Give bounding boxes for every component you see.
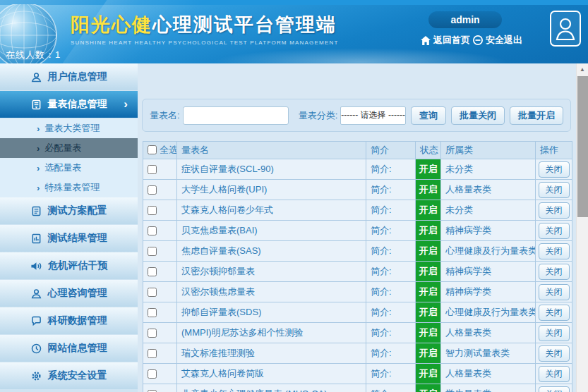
sidebar-item[interactable]: 用户信息管理 [0,63,138,90]
row-checkbox[interactable] [148,206,157,215]
scrollbar-up-arrow-icon[interactable]: ▲ [577,63,588,75]
status-badge: 开启 [416,221,441,241]
action-cell: 关闭 [536,323,572,343]
logout-link[interactable]: 安全退出 [473,34,522,47]
action-cell: 关闭 [536,384,572,392]
action-cell: 关闭 [536,200,572,221]
category-cell: 精神病学类 [441,262,536,282]
table-row: 贝克焦虑量表(BAI)简介:开启精神病学类关闭 [143,221,572,241]
home-icon [421,36,431,45]
scale-name-cell: 焦虑自评量表(SAS) [177,241,366,262]
sidebar: 用户信息管理量表信息管理››量表大类管理›必配量表›选配量表›特殊量表管理测试方… [0,63,138,392]
checkbox-cell [143,241,177,262]
checkbox-cell [143,364,177,384]
header-links: 返回首页 安全退出 [421,34,548,47]
status-badge: 开启 [416,302,441,323]
close-scale-button[interactable]: 关闭 [539,243,570,259]
row-checkbox[interactable] [148,288,157,297]
category-cell: 精神病学类 [441,282,536,302]
status-badge: 开启 [416,200,441,221]
brand-rest: 心理测试平台管理端 [152,14,337,35]
page-title: 阳光心健心理测试平台管理端 [71,12,304,37]
action-cell: 关闭 [536,302,572,323]
intro-cell: 简介: [366,159,416,180]
scale-name-cell: 症状自评量表(SCL-90) [177,159,366,180]
user-icon [31,72,42,82]
checkbox-cell [143,200,177,221]
close-scale-button[interactable]: 关闭 [539,305,570,321]
batch-open-button[interactable]: 批量开启 [510,106,563,125]
close-scale-button[interactable]: 关闭 [539,202,570,219]
close-scale-button[interactable]: 关闭 [539,345,570,362]
checkbox-cell [143,343,177,364]
close-scale-button[interactable]: 关闭 [539,161,570,178]
sidebar-item-label: 网站信息管理 [48,342,107,355]
scale-name-cell: 汉密尔顿抑郁量表 [177,262,366,282]
sidebar-item[interactable]: 危机评估干预 [0,252,138,279]
query-button[interactable]: 查询 [411,106,446,125]
close-scale-button[interactable]: 关闭 [539,182,570,198]
sidebar-subitem[interactable]: ›选配量表 [0,158,138,178]
row-checkbox[interactable] [148,226,157,235]
intro-cell: 简介: [366,200,416,221]
row-checkbox[interactable] [148,329,157,338]
filter-bar: 量表名: 量表分类: ------ 请选择 ------ 查询 批量关闭 批量开… [142,99,571,132]
column-header: 全选 [143,142,177,159]
close-scale-button[interactable]: 关闭 [539,223,570,239]
scale-name-cell: 汉密尔顿焦虑量表 [177,282,366,302]
username-pill[interactable]: admin [428,11,502,28]
close-scale-button[interactable]: 关闭 [539,284,570,300]
sidebar-subitem[interactable]: ›量表大类管理 [0,118,138,138]
batch-close-button[interactable]: 批量关闭 [451,106,505,125]
close-scale-button[interactable]: 关闭 [539,386,570,392]
scrollbar-thumb[interactable] [577,76,588,217]
checkbox-cell [143,282,177,302]
scale-name-input[interactable] [183,106,289,125]
checkbox-cell [143,384,177,392]
action-cell: 关闭 [536,180,572,200]
scale-category-select[interactable]: ------ 请选择 ------ [340,106,406,125]
row-checkbox[interactable] [148,165,157,174]
return-home-link[interactable]: 返回首页 [421,34,470,47]
main-content: 量表名: 量表分类: ------ 请选择 ------ 查询 批量关闭 批量开… [138,63,576,392]
table-row: 抑郁自评量表(SDS)简介:开启心理健康及行为量表类关闭 [143,302,572,323]
sidebar-item[interactable]: 量表信息管理› [0,91,138,118]
category-cell: 精神病学类 [441,221,536,241]
row-checkbox[interactable] [148,267,157,276]
close-scale-button[interactable]: 关闭 [539,264,570,280]
row-checkbox[interactable] [148,369,157,379]
sidebar-item[interactable]: 网站信息管理 [0,335,138,362]
checkbox-cell [143,159,177,180]
table-row: 瑞文标准推理测验简介:开启智力测试量表类关闭 [143,343,572,364]
sidebar-item-label: 量表信息管理 [48,98,107,111]
logout-label: 安全退出 [486,34,522,47]
select-all-checkbox[interactable] [148,145,157,154]
sidebar-item[interactable]: 心理咨询管理 [0,280,138,307]
alert-speaker-icon [30,261,42,271]
action-cell: 关闭 [536,159,572,180]
row-checkbox[interactable] [148,308,157,317]
close-scale-button[interactable]: 关闭 [539,366,570,382]
sidebar-item[interactable]: 科研数据管理 [0,307,138,334]
sidebar-subitem[interactable]: ›必配量表 [0,138,138,158]
sidebar-subitem-label: 特殊量表管理 [44,181,100,194]
select-all-label: 全选 [160,145,177,155]
vertical-scrollbar[interactable]: ▲ [576,63,588,392]
sidebar-item[interactable]: 测试方案配置 [0,197,138,224]
sidebar-item[interactable]: 系统安全设置 [0,362,138,389]
table-row: 汉密尔顿焦虑量表简介:开启精神病学类关闭 [143,282,572,302]
scale-category-label: 量表分类: [299,109,338,122]
avatar[interactable] [550,11,581,47]
brand-subtitle: SUNSHINE HEART HEALTHY PSYCHOLOGICAL TES… [71,39,304,46]
table-row: 汉密尔顿抑郁量表简介:开启精神病学类关闭 [143,262,572,282]
row-checkbox[interactable] [148,349,157,358]
sidebar-subitem[interactable]: ›特殊量表管理 [0,178,138,197]
report-icon [31,233,42,244]
row-checkbox[interactable] [148,185,157,195]
row-checkbox[interactable] [148,247,157,256]
sidebar-item[interactable]: 测试结果管理 [0,225,138,252]
row-checkbox[interactable] [148,390,157,392]
chevron-icon: › [37,143,40,154]
close-scale-button[interactable]: 关闭 [539,325,570,341]
sidebar-item-label: 测试方案配置 [48,204,107,217]
